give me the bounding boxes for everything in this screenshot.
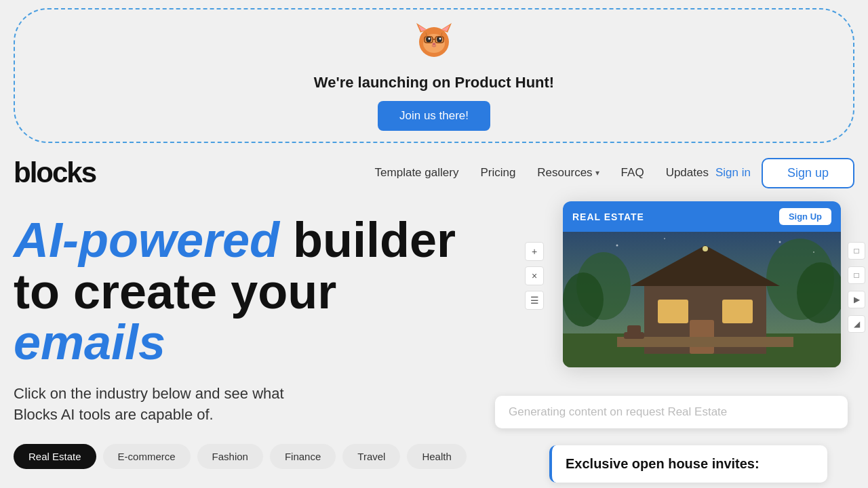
- svg-point-29: [616, 245, 618, 247]
- svg-point-8: [429, 38, 431, 40]
- banner-title: We're launching on Product Hunt!: [314, 74, 554, 92]
- house-illustration: [563, 232, 841, 367]
- hero-left: AI-powered builder to create your emails…: [14, 208, 488, 488]
- email-category-label: REAL ESTATE: [572, 211, 644, 222]
- email-hero-image: [563, 232, 841, 367]
- nav-faq[interactable]: FAQ: [621, 166, 644, 179]
- builder-controls: + × ☰: [525, 242, 544, 310]
- hero-subtitle: Click on the industry below and see what…: [14, 384, 393, 426]
- hero-title-blue: AI-powered: [14, 213, 279, 267]
- close-control[interactable]: ×: [525, 266, 544, 285]
- hero-title-rest: builder: [279, 213, 456, 267]
- add-control[interactable]: +: [525, 242, 544, 261]
- email-preview-card: REAL ESTATE Sign Up: [563, 201, 841, 367]
- pill-finance[interactable]: Finance: [270, 444, 336, 469]
- crop-icon[interactable]: ◢: [848, 315, 865, 333]
- svg-rect-25: [617, 337, 793, 347]
- svg-point-31: [779, 241, 781, 243]
- svg-rect-22: [658, 300, 688, 323]
- email-builder-wrapper: + × ☰ REAL ESTATE Sign Up: [549, 201, 841, 367]
- svg-point-17: [563, 272, 604, 327]
- pill-health[interactable]: Health: [407, 444, 466, 469]
- svg-point-9: [439, 38, 441, 40]
- hero-title-line2: to create your: [14, 264, 336, 319]
- pill-fashion[interactable]: Fashion: [197, 444, 263, 469]
- svg-point-10: [433, 43, 436, 45]
- play-icon[interactable]: ▶: [848, 291, 865, 308]
- svg-rect-27: [627, 325, 641, 333]
- hero-title-emails: emails: [14, 315, 165, 369]
- hero-title: AI-powered builder to create your emails: [14, 215, 488, 369]
- nav-template-gallery[interactable]: Template gallery: [375, 166, 459, 179]
- nav-pricing[interactable]: Pricing: [480, 166, 515, 179]
- join-us-button[interactable]: Join us there!: [378, 101, 490, 131]
- pill-travel[interactable]: Travel: [342, 444, 400, 469]
- svg-rect-23: [722, 300, 753, 323]
- main-nav: blocks Template gallery Pricing Resource…: [0, 151, 868, 195]
- nav-resources[interactable]: Resources ▾: [537, 166, 599, 180]
- signup-button[interactable]: Sign up: [762, 158, 854, 188]
- pill-real-estate[interactable]: Real Estate: [14, 444, 96, 469]
- industry-pills: Real Estate E-commerce Fashion Finance T…: [14, 444, 488, 469]
- logo[interactable]: blocks: [14, 157, 96, 189]
- svg-point-28: [703, 246, 708, 251]
- generating-content-bar: Generating content on request Real Estat…: [495, 396, 848, 428]
- email-signup-button[interactable]: Sign Up: [779, 208, 831, 225]
- chevron-down-icon: ▾: [595, 168, 599, 178]
- pill-ecommerce[interactable]: E-commerce: [103, 444, 191, 469]
- svg-point-32: [813, 251, 814, 253]
- email-preview-header: REAL ESTATE Sign Up: [563, 201, 841, 232]
- image-icon[interactable]: □: [848, 266, 865, 284]
- menu-control[interactable]: ☰: [525, 291, 544, 310]
- cat-mascot-icon: [414, 20, 454, 68]
- signin-link[interactable]: Sign in: [715, 166, 751, 180]
- nav-updates[interactable]: Updates: [666, 166, 709, 179]
- layout-icon[interactable]: □: [848, 242, 865, 260]
- nav-links: Template gallery Pricing Resources ▾ FAQ…: [375, 166, 709, 180]
- hero-section: AI-powered builder to create your emails…: [0, 195, 868, 488]
- svg-point-30: [664, 238, 665, 239]
- exclusive-preview-card: Exclusive open house invites:: [549, 445, 827, 483]
- right-side-controls: □ □ ▶ ◢: [848, 242, 865, 333]
- product-hunt-banner: We're launching on Product Hunt! Join us…: [14, 8, 854, 143]
